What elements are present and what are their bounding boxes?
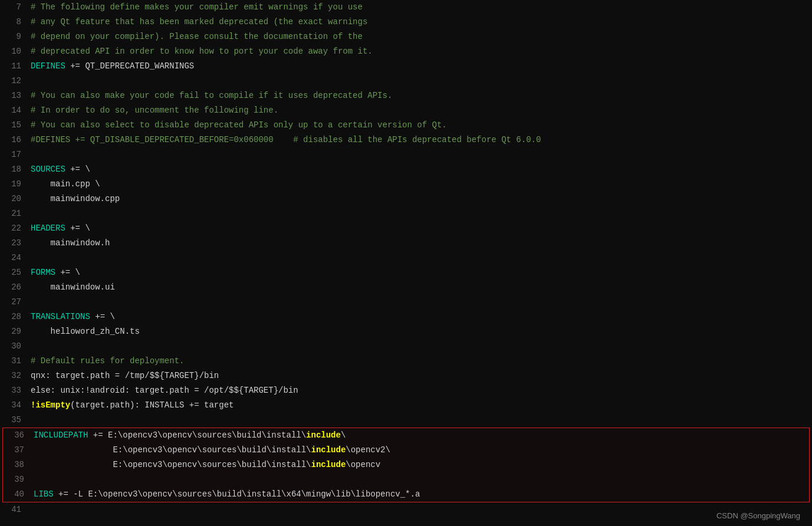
- code-line-12: 12: [0, 74, 812, 88]
- code-line-8: 8 # any Qt feature that has been marked …: [0, 15, 812, 29]
- code-line-11: 11 DEFINES += QT_DEPRECATED_WARNINGS: [0, 59, 812, 74]
- code-line-34: 34 !isEmpty(target.path): INSTALLS += ta…: [0, 398, 812, 413]
- code-line-25: 25 FORMS += \: [0, 265, 812, 280]
- code-line-17: 17: [0, 147, 812, 162]
- code-line-26: 26 mainwindow.ui: [0, 280, 812, 295]
- code-line-33: 33 else: unix:!android: target.path = /o…: [0, 383, 812, 398]
- code-line-41: 41: [0, 502, 812, 517]
- code-line-9: 9 # depend on your compiler). Please con…: [0, 29, 812, 44]
- code-line-16: 16 #DEFINES += QT_DISABLE_DEPRECATED_BEF…: [0, 133, 812, 147]
- code-line-31: 31 # Default rules for deployment.: [0, 354, 812, 369]
- code-editor: 7 # The following define makes your comp…: [0, 0, 812, 526]
- code-line-10: 10 # deprecated API in order to know how…: [0, 44, 812, 59]
- code-line-40: 40 LIBS += -L E:\opencv3\opencv\sources\…: [3, 487, 809, 502]
- code-line-21: 21: [0, 206, 812, 221]
- code-line-22: 22 HEADERS += \: [0, 221, 812, 236]
- code-line-19: 19 main.cpp \: [0, 177, 812, 192]
- code-line-14: 14 # In order to do so, uncomment the fo…: [0, 103, 812, 118]
- code-line-39: 39: [3, 472, 809, 487]
- highlighted-section: 36 INCLUDEPATH += E:\opencv3\opencv\sour…: [2, 428, 810, 502]
- code-line-15: 15 # You can also select to disable depr…: [0, 118, 812, 133]
- code-line-32: 32 qnx: target.path = /tmp/$${TARGET}/bi…: [0, 369, 812, 383]
- code-line-37: 37 E:\opencv3\opencv\sources\build\insta…: [3, 443, 809, 458]
- code-line-7: 7 # The following define makes your comp…: [0, 0, 812, 15]
- code-line-35: 35: [0, 413, 812, 428]
- code-line-20: 20 mainwindow.cpp: [0, 192, 812, 206]
- code-line-38: 38 E:\opencv3\opencv\sources\build\insta…: [3, 458, 809, 472]
- code-line-36: 36 INCLUDEPATH += E:\opencv3\opencv\sour…: [3, 428, 809, 443]
- watermark-text: CSDN @SongpingWang: [716, 511, 800, 520]
- code-line-29: 29 helloword_zh_CN.ts: [0, 324, 812, 339]
- code-line-13: 13 # You can also make your code fail to…: [0, 88, 812, 103]
- code-line-27: 27: [0, 295, 812, 310]
- code-line-24: 24: [0, 251, 812, 265]
- code-line-18: 18 SOURCES += \: [0, 162, 812, 177]
- code-line-23: 23 mainwindow.h: [0, 236, 812, 251]
- code-line-28: 28 TRANSLATIONS += \: [0, 310, 812, 324]
- code-line-30: 30: [0, 339, 812, 354]
